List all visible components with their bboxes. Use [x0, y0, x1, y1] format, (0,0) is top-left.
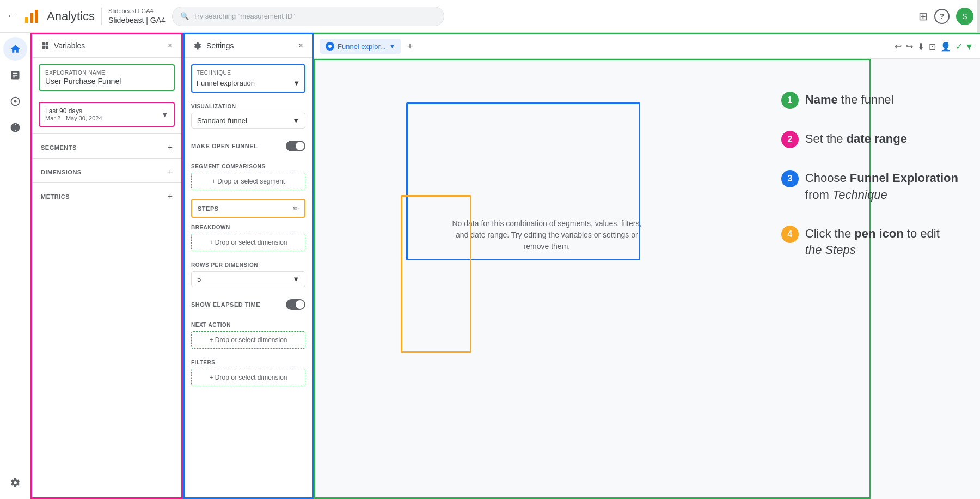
check-button[interactable]: ✓ ▼ — [955, 41, 973, 52]
make-open-funnel-toggle[interactable] — [286, 141, 305, 151]
settings-gear-icon — [193, 41, 202, 50]
grid-icon[interactable]: ⊞ — [918, 10, 928, 23]
settings-panel-title: Settings — [206, 41, 294, 50]
date-range-arrow-icon: ▼ — [161, 111, 168, 119]
segments-add-button[interactable]: + — [168, 143, 173, 153]
settings-panel: Settings × TECHNIQUE Funnel exploration … — [183, 33, 314, 499]
metrics-section-header: METRICS + — [32, 185, 181, 205]
date-range-sub: Mar 2 - May 30, 2024 — [45, 115, 161, 121]
redo-button[interactable]: ↪ — [906, 41, 913, 52]
exploration-name-box[interactable]: EXPLORATION NAME: User Purchase Funnel — [39, 64, 175, 91]
filters-label: FILTERS — [191, 360, 305, 366]
back-button[interactable]: ← — [7, 10, 16, 22]
search-icon: 🔍 — [180, 12, 189, 20]
show-elapsed-time-toggle[interactable] — [286, 299, 305, 310]
icon-sidebar — [0, 33, 30, 499]
top-bar-right: ⊞ ? S — [918, 8, 973, 25]
technique-value: Funnel exploration — [197, 79, 255, 87]
property-line1: Slidebeast I GA4 — [108, 7, 166, 15]
rows-per-dimension-label: ROWS PER DIMENSION — [191, 262, 305, 268]
next-action-label: NEXT ACTION — [191, 322, 305, 328]
settings-close-button[interactable]: × — [298, 41, 303, 51]
visualization-select[interactable]: Standard funnel ▼ — [191, 113, 305, 129]
segment-comparisons-section: SEGMENT COMPARISONS + Drop or select seg… — [185, 159, 312, 197]
show-elapsed-time-section: SHOW ELAPSED TIME — [185, 291, 312, 318]
technique-dropdown-icon: ▼ — [293, 79, 300, 87]
dimensions-section-header: DIMENSIONS + — [32, 161, 181, 180]
segment-comparisons-label: SEGMENT COMPARISONS — [191, 163, 305, 169]
date-range-box[interactable]: Last 90 days Mar 2 - May 30, 2024 ▼ — [39, 102, 175, 127]
show-elapsed-time-label: SHOW ELAPSED TIME — [191, 301, 260, 308]
instruction-text-2: Set the date range — [805, 131, 907, 148]
undo-button[interactable]: ↩ — [895, 41, 902, 52]
sidebar-item-explore[interactable] — [3, 89, 27, 113]
svg-rect-5 — [42, 42, 45, 45]
filters-drop-zone[interactable]: + Drop or select dimension — [191, 369, 305, 386]
dimensions-add-button[interactable]: + — [168, 167, 173, 177]
svg-rect-1 — [30, 13, 33, 23]
sidebar-item-reports[interactable] — [3, 63, 27, 87]
tab-dropdown-icon[interactable]: ▼ — [389, 43, 395, 50]
svg-rect-7 — [42, 46, 45, 49]
segment-drop-zone[interactable]: + Drop or select segment — [191, 173, 305, 190]
app-name: Analytics — [47, 9, 95, 23]
segments-label: SEGMENTS — [41, 144, 168, 151]
breakdown-section: BREAKDOWN + Drop or select dimension — [185, 220, 312, 258]
tab-label: Funnel explor... — [338, 42, 386, 51]
instruction-number-4: 4 — [781, 226, 799, 243]
canvas: No data for this combination of segments… — [314, 59, 980, 499]
segments-section-header: SEGMENTS + — [32, 136, 181, 156]
property-info[interactable]: Slidebeast I GA4 Slidebeast | GA4 — [108, 7, 166, 25]
svg-rect-2 — [35, 10, 38, 23]
tab-add-button[interactable]: + — [405, 39, 415, 54]
main-layout: Variables × EXPLORATION NAME: User Purch… — [0, 33, 980, 499]
make-open-funnel-label: MAKE OPEN FUNNEL — [191, 143, 258, 149]
funnel-tab[interactable]: Funnel explor... ▼ — [320, 39, 401, 54]
instruction-text-4: Click the pen icon to editthe Steps — [805, 226, 940, 259]
no-data-message: No data for this combination of segments… — [449, 218, 645, 252]
search-bar[interactable]: 🔍 Try searching "measurement ID" — [172, 7, 444, 26]
tab-bar: Funnel explor... ▼ + ↩ ↪ ⬇ ⊡ 👤 ✓ ▼ — [314, 33, 980, 59]
visualization-label: VISUALIZATION — [191, 104, 305, 109]
visualization-value: Standard funnel — [197, 117, 247, 125]
show-elapsed-time-row: SHOW ELAPSED TIME — [191, 296, 305, 313]
instructions: 1 Name the funnel 2 Set the date range 3 — [781, 92, 958, 259]
svg-point-4 — [14, 100, 16, 103]
filters-section: FILTERS + Drop or select dimension — [185, 355, 312, 393]
main-content: Funnel explor... ▼ + ↩ ↪ ⬇ ⊡ 👤 ✓ ▼ No da… — [314, 33, 980, 499]
metrics-add-button[interactable]: + — [168, 192, 173, 202]
share-button[interactable]: ⊡ — [929, 41, 936, 52]
visualization-section: VISUALIZATION Standard funnel ▼ — [185, 99, 312, 133]
property-line2: Slidebeast | GA4 — [108, 15, 166, 25]
instruction-2: 2 Set the date range — [781, 131, 958, 148]
instruction-text-1: Name the funnel — [805, 92, 894, 108]
variables-panel: Variables × EXPLORATION NAME: User Purch… — [30, 33, 183, 499]
help-icon[interactable]: ? — [934, 9, 950, 24]
analytics-logo — [23, 8, 40, 25]
instruction-text-3: Choose Funnel Explorationfrom Technique — [805, 170, 958, 204]
svg-rect-6 — [46, 42, 48, 45]
rows-per-dimension-section: ROWS PER DIMENSION 5 ▼ — [185, 258, 312, 291]
variables-close-button[interactable]: × — [168, 41, 173, 51]
technique-label: TECHNIQUE — [197, 70, 300, 76]
rows-per-dimension-value: 5 — [197, 275, 201, 283]
make-open-funnel-section: MAKE OPEN FUNNEL — [185, 133, 312, 159]
next-action-drop-zone[interactable]: + Drop or select dimension — [191, 331, 305, 349]
sidebar-item-advertising[interactable] — [3, 115, 27, 139]
steps-edit-icon[interactable]: ✏ — [293, 204, 299, 212]
download-button[interactable]: ⬇ — [917, 41, 924, 52]
breakdown-drop-zone[interactable]: + Drop or select dimension — [191, 234, 305, 251]
instruction-3: 3 Choose Funnel Explorationfrom Techniqu… — [781, 170, 958, 204]
sidebar-item-home[interactable] — [3, 37, 27, 61]
instruction-1: 1 Name the funnel — [781, 92, 958, 109]
no-data-text: No data for this combination of segments… — [452, 219, 641, 251]
svg-rect-8 — [46, 46, 48, 49]
avatar[interactable]: S — [956, 8, 973, 25]
instruction-number-3: 3 — [781, 170, 799, 187]
tab-dot — [326, 42, 334, 51]
users-button[interactable]: 👤 — [940, 41, 951, 52]
instruction-number-1: 1 — [781, 92, 799, 109]
sidebar-item-settings[interactable] — [3, 471, 27, 495]
technique-select[interactable]: Funnel exploration ▼ — [197, 79, 300, 87]
rows-per-dimension-select[interactable]: 5 ▼ — [191, 271, 305, 287]
